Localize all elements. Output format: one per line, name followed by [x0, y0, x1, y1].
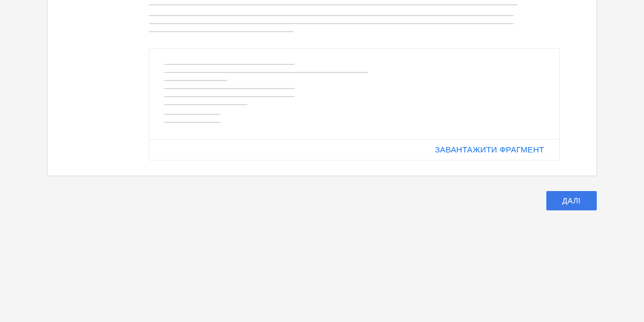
main-panel: ЗАВАНТАЖИТИ ФРАГМЕНТ	[47, 0, 597, 176]
placeholder-line	[149, 23, 514, 24]
code-snippet-card: ЗАВАНТАЖИТИ ФРАГМЕНТ	[149, 48, 560, 160]
snippet-footer: ЗАВАНТАЖИТИ ФРАГМЕНТ	[149, 139, 559, 160]
placeholder-line	[164, 72, 368, 73]
placeholder-line	[164, 80, 228, 81]
placeholder-line	[164, 122, 221, 123]
placeholder-line	[164, 88, 295, 89]
placeholder-line	[164, 64, 295, 65]
placeholder-line	[164, 114, 221, 115]
placeholder-line	[149, 15, 514, 16]
content-area: ЗАВАНТАЖИТИ ФРАГМЕНТ	[48, 0, 596, 160]
download-snippet-button[interactable]: ЗАВАНТАЖИТИ ФРАГМЕНТ	[435, 145, 544, 154]
next-button[interactable]: ДАЛІ	[546, 191, 597, 210]
action-bar: ДАЛІ	[0, 191, 597, 210]
placeholder-line	[164, 96, 295, 97]
description-placeholder-block	[149, 0, 564, 32]
snippet-body	[149, 49, 559, 139]
placeholder-line	[149, 31, 294, 32]
